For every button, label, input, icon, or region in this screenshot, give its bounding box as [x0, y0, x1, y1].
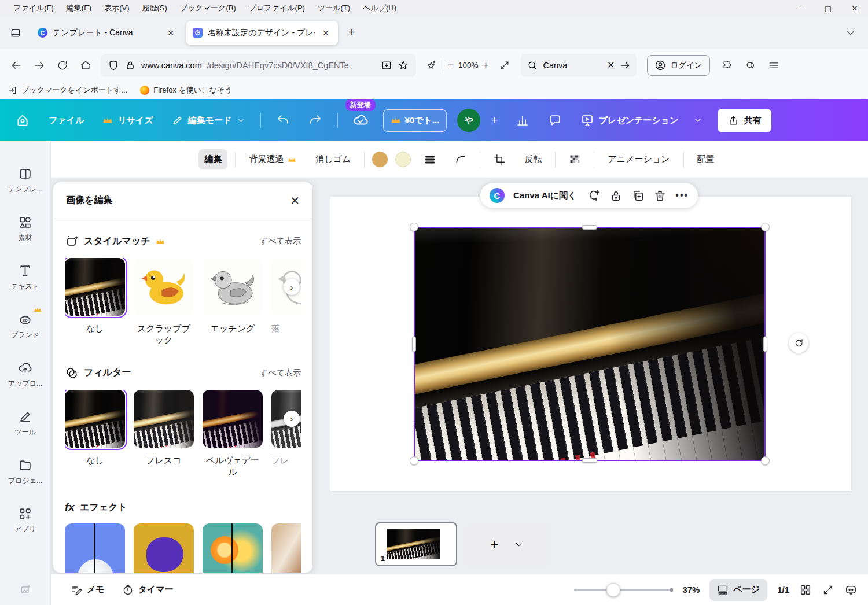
tab-list-chevron-icon[interactable] — [845, 27, 862, 39]
lock-icon[interactable] — [609, 189, 623, 202]
sidebar-item-uploads[interactable]: アップロ... — [1, 351, 50, 399]
edit-mode-button[interactable]: 編集モード — [165, 109, 252, 132]
resize-handle-nw[interactable] — [410, 223, 418, 231]
tab-close-icon[interactable]: ✕ — [320, 27, 332, 39]
effect-thumb-2[interactable] — [134, 523, 194, 573]
bookmark-add-icon[interactable] — [421, 55, 442, 76]
file-menu-button[interactable]: ファイル — [42, 109, 91, 132]
resize-handle-sw[interactable] — [410, 456, 418, 465]
next-chevron-button[interactable]: › — [284, 411, 300, 427]
search-go-icon[interactable] — [619, 60, 631, 71]
redo-button[interactable] — [301, 108, 329, 133]
style-match-see-all-link[interactable]: すべて表示 — [260, 236, 301, 246]
add-page-button[interactable]: + — [466, 522, 547, 566]
menu-view[interactable]: 表示(V) — [98, 0, 135, 16]
effect-thumb-4[interactable] — [271, 523, 301, 573]
design-type-chevron[interactable] — [686, 110, 709, 131]
filter-thumb-none[interactable]: なし — [65, 390, 125, 478]
pages-view-button[interactable]: ページ — [709, 579, 767, 601]
new-tab-button[interactable]: + — [341, 26, 362, 39]
browser-zoom-level[interactable]: 100% — [458, 61, 479, 69]
add-member-button[interactable]: + — [485, 113, 503, 127]
search-clear-icon[interactable]: ✕ — [607, 60, 615, 71]
bg-remove-button[interactable]: 背景透過 — [243, 149, 302, 169]
eraser-button[interactable]: 消しゴム — [310, 149, 356, 169]
canva-ai-button[interactable]: Canva AIに聞く — [513, 190, 576, 201]
extensions-puzzle-icon[interactable] — [717, 55, 738, 76]
design-canvas[interactable]: C Canva AIに聞く ••• 画像を編集 ✕ — [51, 178, 868, 574]
color-swatch-1[interactable] — [372, 152, 388, 167]
filter-thumb-partial[interactable]: フレ — [271, 390, 301, 478]
stroke-weight-button[interactable] — [418, 149, 442, 170]
menu-profiles[interactable]: プロファイル(P) — [242, 0, 311, 16]
trial-upgrade-button[interactable]: ¥0でト... — [383, 109, 447, 132]
avatar[interactable]: や — [457, 109, 480, 132]
canva-home-button[interactable] — [8, 107, 37, 134]
sidebar-item-elements[interactable]: 素材 — [1, 205, 50, 253]
sidebar-item-text[interactable]: テキスト — [1, 253, 50, 302]
timer-button[interactable]: タイマー — [116, 580, 179, 600]
position-button[interactable]: 配置 — [692, 149, 720, 169]
tab-close-icon[interactable]: ✕ — [165, 27, 176, 39]
sidebar-item-templates[interactable]: テンプレ... — [1, 156, 50, 205]
effect-thumb-1[interactable] — [65, 523, 125, 573]
selected-image[interactable] — [414, 227, 766, 461]
zoom-slider-knob[interactable] — [606, 583, 620, 597]
window-minimize-button[interactable]: — — [788, 0, 815, 16]
menu-file[interactable]: ファイル(F) — [7, 0, 60, 16]
bookmark-import-item[interactable]: ブックマークをインポートす... — [8, 85, 127, 95]
resize-handle-e[interactable] — [763, 336, 767, 352]
transparency-button[interactable] — [563, 149, 586, 170]
fullscreen-icon[interactable] — [494, 55, 515, 76]
sidebar-item-apps[interactable]: アプリ — [1, 496, 50, 545]
menu-bookmarks[interactable]: ブックマーク(B) — [174, 0, 242, 16]
corner-curve-button[interactable] — [449, 149, 472, 170]
share-button[interactable]: 共有 — [718, 109, 771, 132]
shield-icon[interactable] — [108, 60, 119, 71]
more-options-icon[interactable]: ••• — [675, 190, 689, 201]
resize-handle-s[interactable] — [582, 458, 598, 463]
reload-icon[interactable] — [52, 55, 73, 76]
filter-thumb-belvedere[interactable]: ベルヴェデール — [203, 390, 263, 478]
filter-thumb-fresco[interactable]: フレスコ — [134, 390, 194, 478]
window-close-button[interactable]: ✕ — [841, 0, 868, 16]
search-field[interactable]: Canva ✕ — [521, 54, 637, 77]
color-swatch-2[interactable] — [395, 152, 411, 167]
url-bar[interactable]: www.canva.com/design/DAHEqv7csD0/VXf8_Cg… — [101, 54, 416, 77]
comments-button[interactable] — [541, 108, 569, 133]
tab-untitled-design[interactable]: 名称未設定のデザイン - プレゼンテー ✕ — [186, 21, 338, 45]
resize-handle-se[interactable] — [761, 456, 770, 465]
save-status-button[interactable]: 新登場 — [346, 107, 375, 134]
style-match-thumb-scrapbook[interactable]: スクラップブック — [134, 258, 194, 346]
rotate-handle[interactable] — [789, 333, 808, 353]
notes-button[interactable]: メモ — [65, 580, 111, 600]
edit-tab-button[interactable]: 編集 — [198, 149, 227, 169]
comment-add-icon[interactable] — [587, 189, 601, 202]
lock-icon[interactable] — [124, 60, 136, 71]
close-icon[interactable]: ✕ — [290, 194, 300, 208]
window-maximize-button[interactable]: ▢ — [815, 0, 841, 16]
chevron-down-icon[interactable] — [514, 540, 524, 549]
assistant-icon[interactable] — [844, 583, 858, 596]
menu-tools[interactable]: ツール(T) — [311, 0, 356, 16]
zoom-slider[interactable] — [574, 589, 672, 591]
resize-button[interactable]: リサイズ — [95, 109, 160, 132]
grid-view-icon[interactable] — [799, 584, 812, 596]
duplicate-icon[interactable] — [631, 189, 645, 202]
zoom-out-icon[interactable]: − — [448, 60, 454, 71]
back-icon[interactable] — [6, 55, 27, 76]
style-match-thumb-etching[interactable]: エッチング — [203, 258, 263, 346]
page-thumbnail[interactable]: 1 — [375, 522, 457, 566]
flip-button[interactable]: 反転 — [518, 149, 547, 169]
next-chevron-button[interactable]: › — [284, 279, 300, 295]
sidebar-item-projects[interactable]: プロジェ... — [1, 448, 50, 496]
firefox-view-icon[interactable] — [6, 23, 25, 43]
profile-icon[interactable] — [740, 55, 761, 76]
sidebar-item-tools[interactable]: ツール — [1, 399, 50, 448]
hamburger-menu-icon[interactable] — [763, 55, 784, 76]
style-match-thumb-partial[interactable]: 落 — [271, 258, 301, 346]
sidebar-item-brand[interactable]: co ブランド — [1, 302, 50, 351]
resize-handle-w[interactable] — [412, 336, 416, 352]
style-match-thumb-none[interactable]: なし — [65, 258, 125, 346]
bookmark-firefox-item[interactable]: Firefox を使いこなそう — [140, 85, 232, 95]
